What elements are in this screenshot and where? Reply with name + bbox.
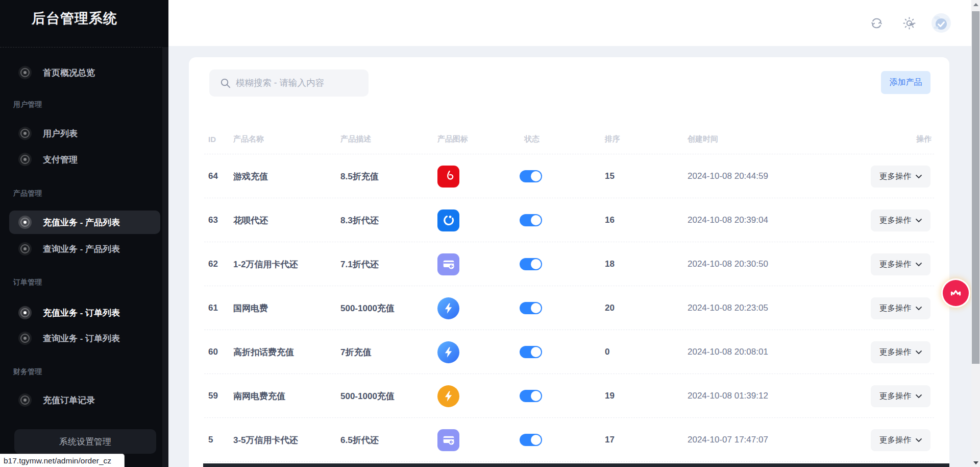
topbar [168, 0, 971, 46]
sidebar-item[interactable]: 支付管理 [9, 148, 160, 171]
cell-desc: 6.5折代还 [340, 418, 379, 462]
more-actions-button[interactable]: 更多操作 [871, 253, 930, 275]
chevron-down-icon [916, 219, 922, 222]
sidebar-item[interactable]: 查询业务 - 产品列表 [9, 237, 160, 261]
status-url-tooltip: b17.tgymw.net/admin/order_cz [0, 454, 125, 467]
col-header-created: 创建时间 [688, 124, 718, 154]
status-toggle[interactable] [520, 346, 542, 358]
sidebar-item-label: 首页概况总览 [43, 67, 95, 79]
disc-icon [18, 66, 32, 79]
sidebar-scrollbar[interactable] [162, 47, 168, 467]
sidebar-section-label: 用户管理 [13, 100, 42, 109]
bottom-dark-strip [203, 463, 949, 467]
sidebar-item[interactable]: 充值订单记录 [9, 388, 160, 412]
cell-name: 南网电费充值 [233, 374, 285, 418]
chevron-down-icon [916, 175, 922, 178]
scroll-up-button[interactable] [971, 0, 980, 9]
netease-music-icon [437, 166, 459, 188]
cell-desc: 7折充值 [340, 330, 371, 374]
cell-id: 62 [208, 242, 218, 286]
sidebar-item-label: 用户列表 [43, 128, 78, 139]
more-actions-button[interactable]: 更多操作 [871, 341, 930, 363]
floating-tool-button[interactable] [943, 280, 969, 306]
sidebar-section-label: 财务管理 [13, 367, 42, 377]
status-toggle[interactable] [520, 390, 542, 402]
cell-id: 63 [208, 198, 218, 242]
refresh-icon[interactable] [869, 16, 884, 30]
status-toggle[interactable] [520, 302, 542, 314]
disc-icon [18, 153, 32, 166]
table-row: 64 游戏充值 8.5折充值 15 2024-10-08 20:44:59 更多… [204, 154, 934, 198]
more-actions-button[interactable]: 更多操作 [871, 297, 930, 319]
more-actions-button[interactable]: 更多操作 [871, 429, 930, 451]
add-product-button[interactable]: 添加产品 [881, 71, 930, 94]
chevron-down-icon [916, 263, 922, 266]
scrollbar-thumb[interactable] [972, 11, 979, 364]
scrollbar-track[interactable] [971, 0, 980, 467]
chevron-down-icon [916, 307, 922, 310]
app-title: 后台管理系统 [32, 9, 117, 28]
more-actions-button[interactable]: 更多操作 [871, 166, 930, 188]
col-header-desc: 产品描述 [340, 124, 371, 154]
sidebar-item[interactable]: 查询业务 - 订单列表 [9, 326, 160, 350]
system-settings-button[interactable]: 系统设置管理 [14, 429, 156, 454]
sidebar-divider [0, 47, 168, 48]
status-toggle[interactable] [520, 170, 542, 182]
cell-name: 高折扣话费充值 [233, 330, 294, 374]
table-row: 62 1-2万信用卡代还 7.1折代还 18 2024-10-08 20:30:… [204, 242, 934, 286]
cell-desc: 7.1折代还 [340, 242, 379, 286]
table-row: 60 高折扣话费充值 7折充值 0 2024-10-08 20:08:01 更多… [204, 330, 934, 374]
chevron-down-icon [916, 438, 922, 442]
cell-sort: 0 [605, 330, 609, 374]
col-header-icon: 产品图标 [437, 124, 468, 154]
cell-name: 3-5万信用卡代还 [233, 418, 298, 462]
cell-sort: 18 [605, 242, 615, 286]
col-header-name: 产品名称 [233, 124, 264, 154]
cell-created: 2024-10-08 01:39:12 [688, 374, 768, 418]
status-toggle[interactable] [520, 214, 542, 226]
table-row: 63 花呗代还 8.3折代还 16 2024-10-08 20:39:04 更多… [204, 198, 934, 242]
cell-created: 2024-10-08 20:23:05 [688, 286, 768, 330]
sidebar-item[interactable]: 首页概况总览 [9, 61, 160, 84]
sidebar-item[interactable]: 充值业务 - 产品列表 [9, 211, 160, 234]
cell-sort: 16 [605, 198, 615, 242]
cell-id: 59 [208, 374, 218, 418]
theme-sun-icon[interactable] [902, 16, 916, 30]
more-actions-label: 更多操作 [879, 303, 911, 314]
bolt-blue-icon [437, 297, 459, 319]
cell-name: 国网电费 [233, 286, 268, 330]
credit-card-icon [437, 253, 459, 275]
user-avatar[interactable] [932, 13, 951, 33]
search-input[interactable] [236, 69, 363, 97]
table-row: 59 南网电费充值 500-1000充值 19 2024-10-08 01:39… [204, 374, 934, 418]
table-row: 61 国网电费 500-1000充值 20 2024-10-08 20:23:0… [204, 286, 934, 330]
more-actions-button[interactable]: 更多操作 [871, 385, 930, 407]
content-card: 添加产品 ID 产品名称 产品描述 产品图标 状态 排序 创建时间 操作 64 … [189, 57, 949, 467]
credit-card-icon [437, 429, 459, 451]
cell-desc: 8.3折代还 [340, 198, 379, 242]
more-actions-button[interactable]: 更多操作 [871, 209, 930, 231]
cell-desc: 8.5折充值 [340, 154, 379, 198]
cell-id: 64 [208, 154, 218, 198]
cell-desc: 500-1000充值 [340, 286, 395, 330]
status-toggle[interactable] [520, 434, 542, 446]
sidebar-item[interactable]: 充值业务 - 订单列表 [9, 301, 160, 324]
scroll-down-button[interactable] [971, 458, 980, 467]
sidebar-item[interactable]: 用户列表 [9, 122, 160, 145]
more-actions-label: 更多操作 [879, 435, 911, 446]
more-actions-label: 更多操作 [879, 347, 911, 358]
bolt-blue-icon [437, 341, 459, 363]
cell-id: 60 [208, 330, 218, 374]
sidebar: 后台管理系统 首页概况总览 用户管理 用户列表 支付管理 产品管理 充值业务 -… [0, 0, 168, 467]
cell-name: 1-2万信用卡代还 [233, 242, 298, 286]
sidebar-section-label: 订单管理 [13, 278, 42, 287]
cell-sort: 19 [605, 374, 615, 418]
disc-icon [18, 242, 32, 255]
cell-created: 2024-10-08 20:08:01 [688, 330, 768, 374]
cell-sort: 15 [605, 154, 615, 198]
status-toggle[interactable] [520, 258, 542, 270]
sidebar-item-label: 查询业务 - 订单列表 [43, 333, 120, 344]
sidebar-item-label: 支付管理 [43, 154, 78, 166]
cell-id: 61 [208, 286, 218, 330]
more-actions-label: 更多操作 [879, 171, 911, 182]
